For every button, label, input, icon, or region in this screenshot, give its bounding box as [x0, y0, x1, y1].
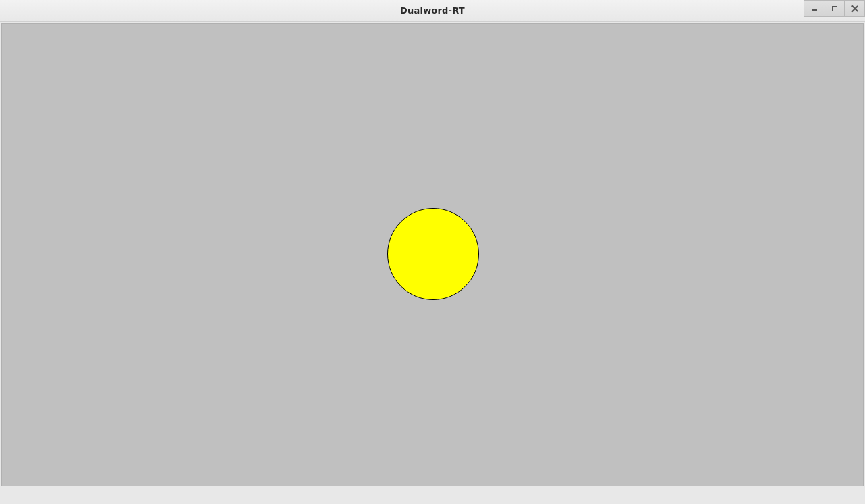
window-title: Dualword-RT [400, 5, 465, 16]
render-canvas[interactable] [1, 23, 864, 486]
maximize-button[interactable] [824, 0, 845, 17]
close-button[interactable] [844, 0, 865, 17]
minimize-icon [812, 9, 817, 11]
maximize-icon [832, 6, 837, 11]
status-bar [0, 488, 865, 504]
close-icon [851, 5, 858, 12]
titlebar: Dualword-RT [0, 0, 865, 22]
circle-shape [387, 208, 479, 300]
minimize-button[interactable] [804, 0, 824, 17]
window-controls [804, 0, 865, 21]
